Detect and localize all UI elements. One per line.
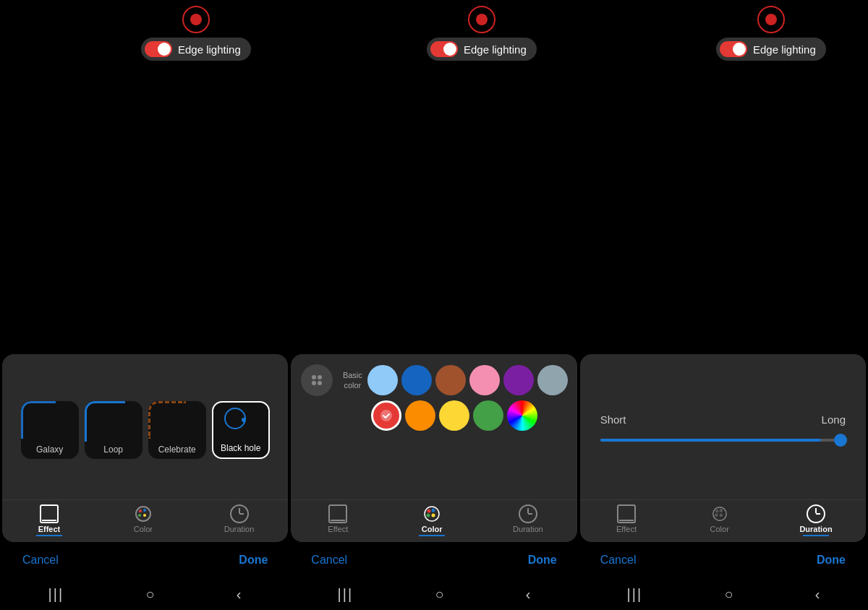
tab-color-panel3[interactable]: Color bbox=[707, 504, 733, 536]
system-nav-bar: ||| ○ ‹ ||| ○ ‹ ||| ○ ‹ bbox=[0, 578, 868, 610]
phone-preview-1: Edge lighting bbox=[141, 6, 251, 61]
effect-blackhole[interactable]: Black hole bbox=[212, 401, 270, 459]
action-bar-3: Cancel Done bbox=[580, 542, 866, 578]
done-button-3[interactable]: Done bbox=[817, 554, 846, 567]
color-purple[interactable] bbox=[503, 365, 534, 395]
color-row-2 bbox=[371, 400, 566, 431]
color-light-blue[interactable] bbox=[367, 365, 398, 395]
color-blue[interactable] bbox=[401, 365, 432, 395]
effect-tab-icon-3 bbox=[617, 504, 636, 523]
color-orange[interactable] bbox=[405, 400, 435, 431]
toggle-label-3: Edge lighting bbox=[753, 43, 816, 56]
duration-tab-label-1: Duration bbox=[224, 525, 255, 533]
color-red[interactable] bbox=[371, 400, 401, 431]
duration-tab-icon-1 bbox=[230, 504, 249, 523]
effect-galaxy[interactable]: Galaxy bbox=[21, 401, 79, 459]
nav-home-3[interactable]: ○ bbox=[724, 586, 733, 603]
nav-recents-3[interactable]: ||| bbox=[627, 586, 643, 603]
phone-preview-2: Edge lighting bbox=[427, 6, 537, 61]
svg-point-0 bbox=[136, 507, 150, 521]
tab-bar-effect: Effect bbox=[2, 499, 288, 542]
svg-point-15 bbox=[715, 510, 719, 513]
svg-point-11 bbox=[432, 509, 435, 512]
phone-icon-2 bbox=[468, 6, 495, 33]
celebrate-label: Celebrate bbox=[158, 444, 196, 455]
svg-point-9 bbox=[425, 507, 439, 521]
effect-tab-icon-2 bbox=[328, 504, 347, 523]
duration-slider[interactable] bbox=[600, 433, 846, 447]
color-green[interactable] bbox=[473, 400, 503, 431]
svg-point-8 bbox=[318, 381, 322, 385]
svg-point-2 bbox=[143, 509, 146, 512]
toggle-switch-3[interactable] bbox=[720, 41, 747, 57]
color-multicolor[interactable] bbox=[507, 400, 537, 431]
color-tab-label-2: Color bbox=[422, 525, 443, 533]
edge-lighting-toggle-2[interactable]: Edge lighting bbox=[427, 38, 537, 61]
cancel-button-1[interactable]: Cancel bbox=[22, 554, 59, 567]
cancel-button-2[interactable]: Cancel bbox=[311, 554, 347, 567]
nav-back-2[interactable]: ‹ bbox=[526, 586, 531, 603]
tab-bar-color: Effect Colo bbox=[291, 499, 576, 542]
color-brown[interactable] bbox=[435, 365, 466, 395]
nav-home-2[interactable]: ○ bbox=[435, 586, 443, 603]
toggle-switch-1[interactable] bbox=[145, 41, 172, 57]
toggle-label-1: Edge lighting bbox=[178, 43, 241, 56]
action-bar-1: Cancel Done bbox=[2, 542, 288, 578]
tab-bar-duration: Effect Colo bbox=[580, 499, 866, 542]
nav-recents-2[interactable]: ||| bbox=[338, 586, 354, 603]
edge-lighting-toggle-3[interactable]: Edge lighting bbox=[716, 38, 826, 61]
panel-duration: Short Long bbox=[580, 354, 866, 542]
nav-recents-1[interactable]: ||| bbox=[48, 586, 64, 603]
tab-color-panel1[interactable]: Color bbox=[130, 504, 156, 536]
svg-point-17 bbox=[715, 514, 718, 517]
tab-duration-panel1[interactable]: Duration bbox=[224, 504, 255, 536]
nav-back-1[interactable]: ‹ bbox=[237, 586, 242, 603]
duration-tab-icon-3 bbox=[807, 504, 825, 523]
color-steel-blue[interactable] bbox=[537, 365, 568, 395]
color-yellow[interactable] bbox=[439, 400, 469, 431]
color-tab-icon-1 bbox=[134, 504, 153, 523]
color-row-1 bbox=[367, 365, 568, 395]
svg-point-10 bbox=[427, 510, 431, 513]
panel-color: Basiccolor bbox=[291, 354, 576, 542]
cancel-button-3[interactable]: Cancel bbox=[600, 554, 637, 567]
action-bar-2: Cancel Done bbox=[291, 542, 576, 578]
tab-effect-panel2[interactable]: Effect bbox=[325, 504, 351, 536]
toggle-label-2: Edge lighting bbox=[464, 43, 527, 56]
galaxy-label: Galaxy bbox=[36, 444, 63, 455]
svg-point-18 bbox=[719, 514, 723, 517]
done-button-2[interactable]: Done bbox=[528, 554, 557, 567]
toggle-switch-2[interactable] bbox=[430, 41, 458, 57]
tab-color-panel2[interactable]: Color bbox=[419, 504, 445, 536]
basic-color-label: Basiccolor bbox=[341, 370, 363, 391]
effect-tab-icon-1 bbox=[40, 504, 59, 523]
color-pink[interactable] bbox=[469, 365, 500, 395]
svg-point-7 bbox=[312, 381, 316, 385]
tab-effect-panel3[interactable]: Effect bbox=[613, 504, 639, 536]
svg-point-16 bbox=[719, 509, 723, 512]
duration-panel-content: Short Long bbox=[580, 354, 866, 499]
effect-celebrate[interactable]: Celebrate bbox=[148, 401, 206, 459]
svg-point-4 bbox=[143, 514, 146, 517]
tab-duration-panel2[interactable]: Duration bbox=[513, 504, 543, 536]
color-tab-icon-2 bbox=[422, 504, 441, 523]
loop-label: Loop bbox=[103, 444, 123, 455]
blackhole-label: Black hole bbox=[221, 443, 260, 453]
tab-duration-panel3[interactable]: Duration bbox=[799, 504, 832, 536]
effect-tab-label-3: Effect bbox=[616, 525, 637, 533]
nav-home-1[interactable]: ○ bbox=[145, 586, 154, 603]
edge-lighting-toggle-1[interactable]: Edge lighting bbox=[141, 38, 251, 61]
svg-point-14 bbox=[712, 507, 726, 520]
color-tab-icon-3 bbox=[710, 504, 729, 523]
effect-tab-label-2: Effect bbox=[328, 525, 348, 533]
custom-color-button[interactable] bbox=[301, 364, 333, 396]
color-tab-label-1: Color bbox=[134, 525, 153, 533]
effect-loop[interactable]: Loop bbox=[85, 401, 142, 459]
done-button-1[interactable]: Done bbox=[239, 554, 268, 567]
svg-point-6 bbox=[318, 375, 322, 379]
svg-point-12 bbox=[427, 514, 430, 517]
nav-back-3[interactable]: ‹ bbox=[815, 586, 820, 603]
tab-effect-panel1[interactable]: Effect bbox=[36, 504, 62, 536]
color-panel-content: Basiccolor bbox=[291, 354, 576, 499]
svg-point-3 bbox=[138, 514, 141, 517]
